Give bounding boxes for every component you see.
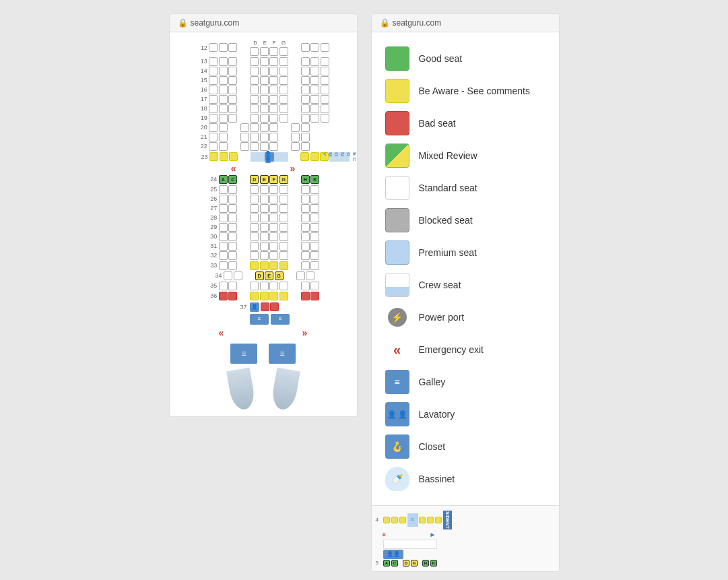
seat[interactable] [269, 214, 278, 222]
seat[interactable] [250, 261, 259, 270]
seat[interactable] [228, 86, 237, 94]
seat[interactable] [310, 251, 319, 260]
seat[interactable] [240, 123, 249, 132]
seat[interactable] [261, 302, 269, 311]
seat[interactable]: D [255, 271, 264, 280]
seat[interactable] [250, 232, 259, 241]
seat[interactable] [321, 67, 329, 75]
seat[interactable] [219, 261, 228, 270]
seat[interactable] [301, 223, 310, 232]
seat[interactable] [279, 282, 288, 290]
seat[interactable] [228, 195, 237, 203]
seat[interactable] [219, 133, 228, 141]
seat[interactable] [240, 142, 249, 151]
seat[interactable] [279, 223, 288, 232]
seat[interactable] [228, 104, 237, 113]
seat[interactable] [250, 195, 259, 203]
seat[interactable]: E [260, 175, 269, 184]
seat[interactable]: H [301, 175, 310, 184]
seat[interactable] [228, 185, 237, 194]
seat[interactable] [310, 76, 319, 85]
seat[interactable] [260, 232, 269, 241]
seat[interactable] [228, 292, 237, 300]
seat[interactable] [209, 76, 218, 85]
seat[interactable] [219, 232, 228, 241]
seat[interactable] [279, 292, 288, 300]
seat[interactable] [228, 282, 237, 290]
seat[interactable] [383, 517, 390, 523]
seat[interactable] [219, 242, 228, 251]
seat[interactable] [301, 232, 310, 241]
seat[interactable] [228, 95, 237, 104]
seat[interactable] [250, 67, 259, 75]
seat[interactable] [310, 204, 319, 213]
seat[interactable] [269, 104, 278, 113]
seat[interactable] [228, 232, 237, 241]
seat[interactable] [228, 76, 237, 85]
seat[interactable]: D [250, 175, 259, 184]
seat[interactable] [250, 123, 259, 132]
seat[interactable] [260, 57, 269, 66]
seat[interactable] [260, 76, 269, 85]
seat[interactable] [260, 223, 269, 232]
seat[interactable] [228, 57, 237, 66]
seat[interactable] [301, 57, 310, 66]
seat[interactable] [301, 242, 310, 251]
seat[interactable] [321, 104, 329, 113]
seat[interactable] [310, 261, 319, 270]
seat[interactable] [269, 86, 278, 94]
seat[interactable] [291, 133, 300, 141]
seat[interactable] [310, 223, 319, 232]
seat[interactable] [301, 282, 310, 290]
seat[interactable] [269, 292, 278, 300]
seat[interactable] [250, 47, 259, 56]
seat[interactable] [310, 104, 319, 113]
seat[interactable] [269, 242, 278, 251]
seat[interactable] [219, 57, 228, 66]
seat[interactable] [269, 282, 278, 290]
seat[interactable] [250, 185, 259, 194]
seat[interactable] [260, 95, 269, 104]
seat[interactable]: G [275, 271, 284, 280]
seat[interactable] [301, 76, 310, 85]
seat[interactable] [250, 133, 259, 141]
seat[interactable] [228, 67, 237, 75]
seat[interactable] [260, 185, 269, 194]
seat[interactable] [260, 133, 269, 141]
seat[interactable] [310, 57, 319, 66]
seat[interactable] [279, 242, 288, 251]
seat[interactable] [260, 214, 269, 222]
seat[interactable] [269, 95, 278, 104]
seat[interactable] [250, 242, 259, 251]
seat[interactable] [260, 67, 269, 75]
seat[interactable] [269, 133, 278, 141]
seat[interactable]: E [265, 271, 273, 280]
seat[interactable] [228, 204, 237, 213]
seat[interactable] [250, 292, 259, 300]
seat[interactable]: A [219, 175, 228, 184]
seat[interactable] [228, 214, 237, 222]
seat[interactable] [224, 271, 232, 280]
seat[interactable] [260, 123, 269, 132]
seat[interactable] [269, 114, 278, 123]
seat[interactable] [269, 204, 278, 213]
seat[interactable] [391, 517, 398, 523]
seat[interactable] [301, 251, 310, 260]
seat[interactable] [260, 142, 269, 151]
seat[interactable] [219, 86, 228, 94]
seat[interactable] [301, 261, 310, 270]
seat[interactable] [250, 104, 259, 113]
seat[interactable]: D [403, 560, 409, 567]
seat[interactable] [269, 223, 278, 232]
seat[interactable] [260, 47, 269, 56]
seat[interactable] [260, 104, 269, 113]
seat[interactable] [279, 47, 288, 56]
seat[interactable] [301, 67, 310, 75]
seat[interactable]: G [279, 175, 288, 184]
seat[interactable] [279, 195, 288, 203]
seat[interactable]: K [430, 560, 437, 567]
seat[interactable] [321, 114, 329, 123]
seat[interactable] [269, 67, 278, 75]
seat[interactable] [279, 76, 288, 85]
seat[interactable] [301, 195, 310, 203]
